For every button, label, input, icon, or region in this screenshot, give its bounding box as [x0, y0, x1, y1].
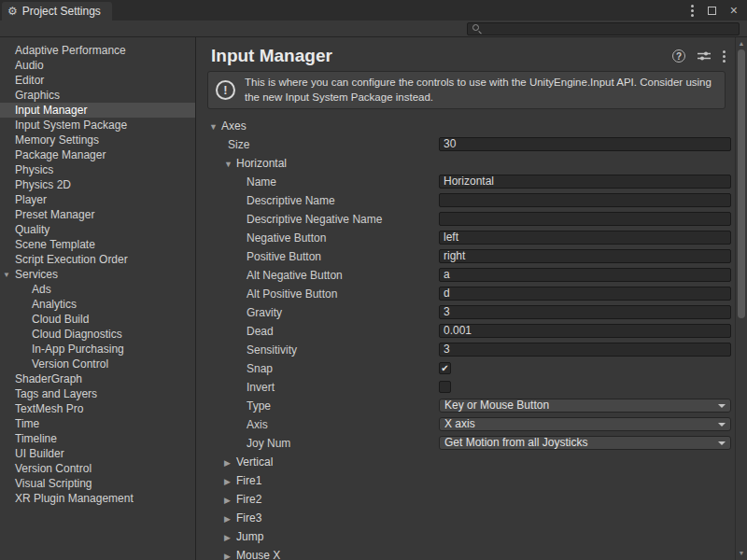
field-value: Horizontal — [444, 175, 494, 188]
sensitivity-field[interactable]: 3 — [439, 343, 731, 357]
sidebar-item-physics-2d[interactable]: Physics 2D — [0, 177, 195, 192]
foldout-open-icon: ▼ — [209, 118, 221, 136]
sidebar-item-ads[interactable]: Ads — [0, 282, 195, 297]
scroll-up-icon[interactable]: ▲ — [736, 40, 747, 48]
sidebar-item-package-manager[interactable]: Package Manager — [0, 147, 195, 162]
negative-button-field[interactable]: left — [439, 231, 731, 245]
search-input[interactable] — [467, 22, 740, 35]
content-area: Adaptive Performance Audio Editor Graphi… — [0, 37, 747, 560]
sidebar-item-cloud-diagnostics[interactable]: Cloud Diagnostics — [0, 327, 195, 342]
gravity-field[interactable]: 3 — [439, 305, 731, 319]
positive-button-field[interactable]: right — [439, 249, 731, 263]
mouse-x-foldout[interactable]: ▶Mouse X — [196, 546, 735, 560]
sidebar-item-input-system-package[interactable]: Input System Package — [0, 118, 195, 133]
help-icon[interactable]: ? — [672, 49, 685, 63]
foldout-label: Fire3 — [236, 511, 261, 525]
foldout-label: Vertical — [236, 455, 273, 469]
fire2-foldout[interactable]: ▶Fire2 — [196, 490, 735, 509]
alt-negative-button-field[interactable]: a — [439, 268, 731, 282]
sidebar-item-label: ShaderGraph — [15, 372, 82, 385]
sidebar-item-label: Timeline — [15, 432, 57, 445]
axes-foldout[interactable]: ▼Axes — [196, 117, 735, 135]
sidebar-item-visual-scripting[interactable]: Visual Scripting — [0, 476, 195, 491]
property-label: Joy Num — [247, 437, 290, 450]
dropdown-value: Get Motion from all Joysticks — [444, 436, 587, 449]
sidebar-item-label: Services — [15, 268, 58, 281]
sidebar-item-input-manager[interactable]: Input Manager — [0, 103, 195, 118]
fire3-foldout[interactable]: ▶Fire3 — [196, 509, 735, 527]
window-titlebar: ⚙ Project Settings × — [0, 0, 747, 21]
sidebar-item-label: Memory Settings — [15, 133, 99, 147]
panel-menu-icon[interactable] — [723, 50, 726, 63]
sidebar-item-label: Package Manager — [15, 148, 106, 161]
sidebar-item-memory-settings[interactable]: Memory Settings — [0, 133, 195, 147]
sidebar-item-player[interactable]: Player — [0, 192, 195, 207]
row-sensitivity: Sensitivity 3 — [196, 341, 735, 359]
check-icon: ✔ — [441, 363, 448, 373]
maximize-icon[interactable] — [708, 7, 716, 15]
search-icon — [472, 23, 482, 34]
foldout-closed-icon: ▶ — [224, 491, 236, 510]
invert-checkbox[interactable]: ✔ — [439, 381, 451, 393]
size-field[interactable]: 30 — [439, 137, 731, 151]
sidebar-item-physics[interactable]: Physics — [0, 162, 195, 177]
type-dropdown[interactable]: Key or Mouse Button — [439, 399, 731, 413]
window-controls: × — [691, 0, 747, 21]
sidebar-item-label: Physics — [15, 163, 53, 176]
property-label: Axis — [247, 418, 268, 431]
sidebar-item-preset-manager[interactable]: Preset Manager — [0, 207, 195, 222]
sidebar-item-quality[interactable]: Quality — [0, 222, 195, 237]
sidebar-item-cloud-build[interactable]: Cloud Build — [0, 312, 195, 327]
sidebar-item-shadergraph[interactable]: ShaderGraph — [0, 371, 195, 386]
sidebar-item-script-execution-order[interactable]: Script Execution Order — [0, 252, 195, 267]
tab-project-settings[interactable]: ⚙ Project Settings — [2, 2, 112, 21]
descriptive-name-field[interactable] — [439, 193, 731, 207]
property-label: Alt Negative Button — [247, 269, 343, 282]
foldout-label: Mouse X — [236, 549, 280, 560]
sidebar-item-editor[interactable]: Editor — [0, 73, 195, 88]
sidebar-item-graphics[interactable]: Graphics — [0, 88, 195, 103]
sidebar-item-services[interactable]: ▼Services — [0, 267, 195, 282]
jump-foldout[interactable]: ▶Jump — [196, 527, 735, 546]
sidebar-item-in-app-purchasing[interactable]: In-App Purchasing — [0, 342, 195, 357]
vertical-foldout[interactable]: ▶Vertical — [196, 453, 735, 471]
row-joy-num: Joy Num Get Motion from all Joysticks — [196, 434, 735, 453]
sidebar-item-version-control-service[interactable]: Version Control — [0, 357, 195, 371]
sidebar-item-analytics[interactable]: Analytics — [0, 297, 195, 312]
sidebar-item-label: TextMesh Pro — [15, 402, 83, 415]
scroll-down-icon[interactable]: ▼ — [736, 550, 747, 557]
row-descriptive-name: Descriptive Name — [196, 191, 735, 210]
sidebar-item-ui-builder[interactable]: UI Builder — [0, 446, 195, 461]
sidebar-item-adaptive-performance[interactable]: Adaptive Performance — [0, 43, 195, 58]
search-toolbar — [0, 21, 747, 37]
sidebar-item-version-control[interactable]: Version Control — [0, 461, 195, 476]
joy-num-dropdown[interactable]: Get Motion from all Joysticks — [439, 436, 731, 450]
name-field[interactable]: Horizontal — [439, 175, 731, 189]
property-label: Invert — [247, 381, 275, 394]
sidebar-item-audio[interactable]: Audio — [0, 58, 195, 73]
window-menu-icon[interactable] — [691, 5, 694, 17]
field-value: 0.001 — [444, 324, 472, 337]
vertical-scrollbar[interactable]: ▲ ▼ — [735, 37, 747, 560]
row-axis: Axis X axis — [196, 415, 735, 434]
snap-checkbox[interactable]: ✔ — [439, 362, 451, 374]
descriptive-negative-name-field[interactable] — [439, 212, 731, 226]
scrollbar-thumb[interactable] — [738, 49, 745, 318]
sidebar-item-tags-and-layers[interactable]: Tags and Layers — [0, 386, 195, 401]
sidebar-item-time[interactable]: Time — [0, 416, 195, 431]
presets-icon[interactable] — [698, 50, 711, 62]
field-value: 3 — [444, 343, 450, 356]
dead-field[interactable]: 0.001 — [439, 324, 731, 338]
sidebar-item-textmesh-pro[interactable]: TextMesh Pro — [0, 401, 195, 416]
alt-positive-button-field[interactable]: d — [439, 287, 731, 301]
sidebar-item-xr-plugin-management[interactable]: XR Plugin Management — [0, 491, 195, 506]
fire1-foldout[interactable]: ▶Fire1 — [196, 471, 735, 490]
horizontal-foldout[interactable]: ▼Horizontal — [196, 154, 735, 173]
input-manager-panel: Input Manager ? ! This is where you can … — [196, 37, 735, 560]
sidebar-item-label: UI Builder — [15, 447, 64, 460]
chevron-down-icon — [718, 441, 726, 445]
close-icon[interactable]: × — [730, 4, 738, 17]
axis-dropdown[interactable]: X axis — [439, 417, 731, 431]
sidebar-item-scene-template[interactable]: Scene Template — [0, 237, 195, 252]
sidebar-item-timeline[interactable]: Timeline — [0, 431, 195, 446]
